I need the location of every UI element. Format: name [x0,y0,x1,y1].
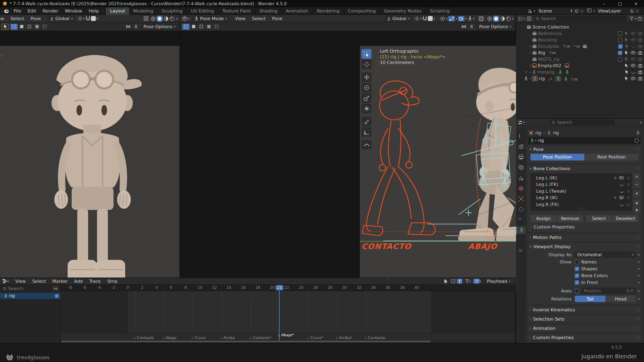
select-subtract-mode-center[interactable] [198,24,205,30]
nla-menu-track[interactable]: Track [86,278,104,285]
nla-menu-marker[interactable]: Marker [49,278,71,285]
magnet-icon-left[interactable] [86,16,90,21]
select-extend-mode-center[interactable] [190,24,197,30]
render-visibility-toggle[interactable] [638,58,642,61]
viewlayer-name-field[interactable]: ViewLayer × [597,8,641,14]
snap-chevron-center[interactable]: ▾ [420,17,422,21]
render-visibility-toggle[interactable] [638,51,642,55]
orientation-dropdown-center[interactable]: Global▾ [384,16,412,22]
scene-icon[interactable] [527,8,532,13]
selectable-icon[interactable] [625,57,628,61]
bone-collections-header[interactable]: ▾Bone Collections⠿ [527,165,642,173]
nla-filter-chevron[interactable]: ▾ [469,280,471,283]
shading-wireframe-icon[interactable] [151,16,156,21]
favorite-star[interactable]: ☆ [627,202,630,207]
gizmos-toggle-icon[interactable] [448,16,455,21]
visibility-toggle[interactable] [619,189,624,194]
editor-type-icon-outliner[interactable] [518,16,522,21]
expand-chevron[interactable]: › [528,44,532,48]
properties-options-chevron[interactable]: ▾ [640,121,642,124]
tool-annotate[interactable] [361,117,372,126]
tool-pose-breakdowner[interactable] [361,140,372,150]
visibility-toggle[interactable] [631,37,636,43]
exclude-checkbox[interactable] [618,38,622,42]
shading-rendered-icon-center[interactable] [506,16,511,21]
visibility-toggle[interactable] [631,31,636,36]
pose-position-button[interactable]: Pose Position [530,154,584,160]
solo-dot[interactable] [614,197,616,199]
visibility-toggle[interactable] [631,50,636,56]
selectable-icon[interactable] [625,44,629,48]
nla-filter-icon[interactable] [465,279,469,283]
proportional-edit-icon-left[interactable] [91,16,96,21]
shading-wireframe-icon-center[interactable] [487,16,492,21]
breadcrumb-data[interactable]: rig [553,130,559,136]
outliner-filter-chevron[interactable]: ▾ [634,17,636,21]
selectable-icon[interactable] [625,64,628,68]
tool-scale[interactable] [361,93,372,103]
marker-cruce-alt[interactable]: △Cruce* [307,335,323,340]
remove-viewlayer-icon[interactable]: × [636,8,639,14]
properties-tab-bone-constraint[interactable] [516,247,526,255]
editor-type-chevron[interactable]: ▾ [188,17,190,21]
viewport-display-header[interactable]: ▾Viewport Display⠿ [527,243,642,251]
tool-cursor[interactable] [361,60,372,69]
select-box-mode[interactable] [10,24,18,30]
outliner-row-scene collection[interactable]: Scene Collection [518,24,644,30]
relations-tail-button[interactable]: Tail [575,296,605,302]
vpl-menu-pose[interactable]: Pose [27,15,44,23]
render-visibility-toggle[interactable] [638,77,642,80]
properties-tab-constraints[interactable] [516,216,526,224]
visibility-toggle[interactable] [631,63,636,68]
properties-tab-scene[interactable] [516,174,526,182]
exclude-checkbox[interactable]: ✓ [618,44,623,49]
close-button[interactable]: × [628,0,644,7]
properties-editor-chevron[interactable]: ▾ [523,121,525,124]
outliner-filter-icon[interactable] [630,16,634,21]
editor-type-icon-properties[interactable] [518,120,522,125]
checkbox-shapes[interactable]: ✓ [575,267,579,271]
new-collection-icon[interactable] [638,16,642,21]
menu-render[interactable]: Render [39,7,62,15]
workspace-tab-texture-paint[interactable]: Texture Paint [219,7,256,15]
nla-menu-add[interactable]: Add [71,278,86,285]
properties-tab-world[interactable] [516,185,526,192]
nla-sync-icon[interactable] [473,279,480,284]
axes-checkbox[interactable] [575,289,579,293]
workspace-tab-shading[interactable]: Shading [256,7,282,15]
playhead-line[interactable] [279,285,280,341]
gizmos-chevron[interactable]: ▾ [456,17,457,21]
menu-window[interactable]: Window [62,7,85,15]
list-resize-grip[interactable]: ⠿⠿ [530,208,632,210]
render-preview-icon[interactable] [479,16,484,21]
overlays-grid-icon-left[interactable] [144,16,149,21]
new-scene-icon[interactable] [575,9,578,13]
workspace-tab-uv-editing[interactable]: UV Editing [187,7,218,15]
exclude-checkbox[interactable] [618,57,622,62]
properties-tab-output[interactable] [516,153,526,161]
properties-tab-physics[interactable] [516,206,526,213]
nla-track-rig[interactable]: › rig ✓ [0,293,60,299]
shading-material-icon-center[interactable] [500,16,505,21]
move-up-button[interactable]: ▲ [634,200,640,206]
snap-chevron-left[interactable]: ▾ [83,17,85,21]
select-invert-mode-center[interactable] [205,24,213,30]
new-viewlayer-icon[interactable] [630,9,634,13]
snap-target-icon-center[interactable] [415,16,419,21]
shading-rendered-icon[interactable] [169,16,175,21]
horizontal-scrollbar[interactable] [61,341,431,342]
marker-abajo[interactable]: △Abajo [162,335,176,340]
visibility-toggle[interactable] [619,175,624,181]
visibility-toggle[interactable] [619,182,624,187]
vpc-menu-view[interactable]: View [232,15,249,23]
outliner-row-metarig[interactable]: •›metarig [518,69,644,75]
editor-type-icon-3dview[interactable] [182,16,187,21]
nla-menu-strip[interactable]: Strip [104,278,121,285]
bone-collection-leg-l-tweak-[interactable]: Leg.L (Tweak)☆ [530,188,632,195]
magnet-icon-center[interactable] [423,16,427,21]
selectable-icon[interactable] [625,51,628,55]
outliner-editor-chevron[interactable]: ▾ [523,17,525,21]
vpl-menu-view[interactable]: View [0,15,7,23]
nla-tweak-icon[interactable] [444,279,448,284]
panel-inverse-kinematics[interactable]: ›Inverse Kinematics⠿ [527,306,642,314]
